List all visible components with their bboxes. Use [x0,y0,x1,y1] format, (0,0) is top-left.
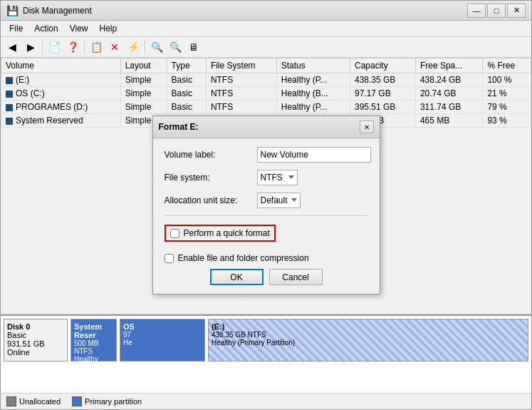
dialog-title-bar: Format E: ✕ [153,116,380,138]
format-dialog: Format E: ✕ Volume label: File system: N… [152,116,380,294]
dialog-buttons: OK Cancel [165,269,368,285]
dialog-divider [165,215,368,216]
quick-format-wrapper: Perform a quick format [165,225,368,247]
quick-format-checkbox[interactable] [170,229,179,238]
dialog-body: Volume label: File system: NTFS FAT32 ex… [153,138,380,294]
compression-checkbox[interactable] [165,254,174,263]
file-system-row: File system: NTFS FAT32 exFAT [165,170,368,185]
dialog-overlay: Format E: ✕ Volume label: File system: N… [0,0,532,410]
file-system-label: File system: [165,173,257,183]
volume-label-row: Volume label: [165,147,368,163]
ok-button[interactable]: OK [210,269,264,285]
volume-label-label: Volume label: [165,150,257,160]
alloc-unit-select[interactable]: Default 512 1024 2048 4096 [257,193,301,208]
alloc-unit-label: Allocation unit size: [165,195,257,205]
alloc-unit-row: Allocation unit size: Default 512 1024 2… [165,193,368,208]
quick-format-row: Perform a quick format [165,225,276,242]
alloc-unit-select-wrapper: Default 512 1024 2048 4096 [257,193,368,208]
dialog-close-button[interactable]: ✕ [360,121,374,133]
cancel-button[interactable]: Cancel [269,269,323,285]
compression-row: Enable file and folder compression [165,253,368,263]
file-system-select-wrapper: NTFS FAT32 exFAT [257,170,368,185]
volume-label-input[interactable] [257,147,371,163]
file-system-select[interactable]: NTFS FAT32 exFAT [257,170,298,185]
dialog-title: Format E: [159,122,199,132]
